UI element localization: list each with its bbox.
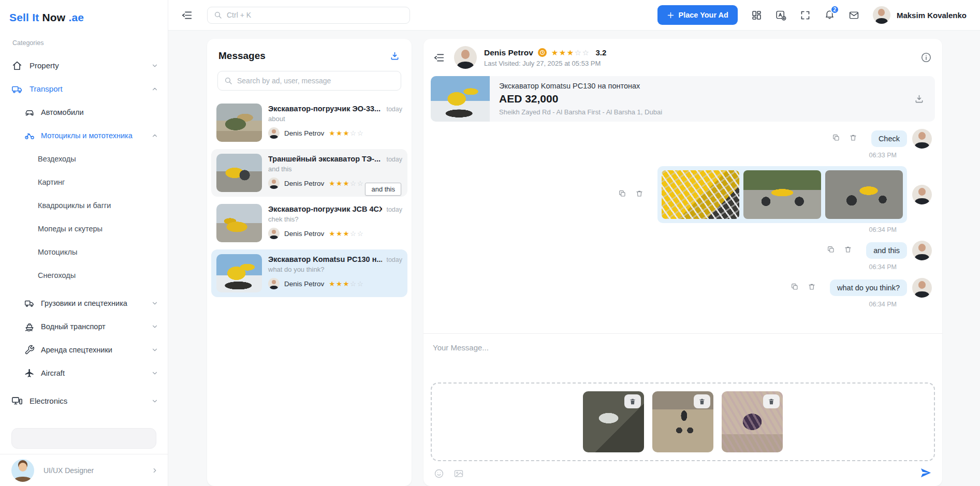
- place-your-ad-button[interactable]: Place Your Ad: [657, 5, 738, 25]
- messages-panel: Messages Экскаватор-погрузчик ЭО-33...to…: [207, 39, 412, 486]
- attachment-image[interactable]: [722, 391, 783, 452]
- chevron-down-icon: [151, 300, 158, 307]
- rating-stars: ★★★☆☆: [329, 179, 364, 187]
- conversation-user-name: Denis Petrov: [284, 129, 324, 137]
- emoji-icon[interactable]: [434, 468, 444, 479]
- download-icon[interactable]: [914, 94, 925, 105]
- attachment-image[interactable]: [583, 391, 644, 452]
- sidebar-item-equipment-rental[interactable]: Аренда спецтехники: [0, 338, 168, 361]
- fullscreen-icon[interactable]: [800, 10, 811, 21]
- conversation-time: today: [386, 256, 402, 263]
- sidebar-item-moto[interactable]: Мотоциклы и мототехника: [0, 124, 168, 147]
- conversation-user-name: Denis Petrov: [284, 230, 324, 238]
- sidebar-item-aircraft[interactable]: Aircraft: [0, 361, 168, 385]
- message-bubble: [657, 166, 907, 223]
- chevron-up-icon: [151, 132, 158, 139]
- brand-part-1: Sell It: [9, 11, 39, 23]
- apps-grid-icon[interactable]: [751, 10, 762, 21]
- messages-search-input[interactable]: [237, 77, 394, 85]
- search-icon: [214, 11, 222, 19]
- sidebar-item-label: Property: [30, 61, 59, 70]
- trash-icon[interactable]: [763, 394, 780, 408]
- message-photo[interactable]: [743, 170, 821, 219]
- compose-area: [423, 333, 942, 486]
- global-search[interactable]: [207, 7, 410, 24]
- sidebar-item-karting[interactable]: Картинг: [0, 170, 168, 194]
- sidebar-item-cars[interactable]: Автомобили: [0, 100, 168, 124]
- last-visited: Last Visited: July 27, 2025 at 05:53 PM: [484, 60, 606, 67]
- message-bubble: what do you think?: [830, 279, 907, 296]
- menu-fold-icon[interactable]: [434, 52, 445, 63]
- sidebar-item-mopeds[interactable]: Мопеды и скутеры: [0, 217, 168, 240]
- global-search-input[interactable]: [227, 11, 403, 19]
- image-attach-icon[interactable]: [454, 468, 464, 479]
- mail-icon[interactable]: [849, 10, 859, 21]
- sidebar-item-snowmobiles[interactable]: Снегоходы: [0, 263, 168, 287]
- rating-stars: ★★★☆☆: [329, 279, 364, 288]
- translate-icon[interactable]: [776, 10, 786, 21]
- truck-icon: [24, 298, 35, 308]
- motorcycle-icon: [24, 130, 35, 141]
- car-icon: [24, 107, 35, 117]
- profile-bar[interactable]: UI/UX Designer: [0, 454, 168, 486]
- conversation-item-selected[interactable]: Экскаватор Komatsu PC130 н...today what …: [211, 249, 407, 297]
- chevron-down-icon: [151, 62, 158, 69]
- trash-icon[interactable]: [844, 245, 852, 256]
- message-photo[interactable]: [662, 170, 739, 219]
- info-icon[interactable]: [920, 52, 932, 63]
- sidebar-item-property[interactable]: Property: [0, 54, 168, 77]
- sidebar-item-quads[interactable]: Квадроциклы и багги: [0, 194, 168, 217]
- messages-search[interactable]: [217, 71, 401, 91]
- attachment-image[interactable]: [652, 391, 713, 452]
- download-icon[interactable]: [389, 51, 400, 62]
- sidebar-item-atv[interactable]: Вездеходы: [0, 147, 168, 170]
- conversation-list: Экскаватор-погрузчик ЭО-33...today about…: [207, 99, 412, 297]
- user-menu[interactable]: Maksim Kovalenko: [873, 6, 967, 24]
- chevron-right-icon: [151, 467, 158, 474]
- rating-stars: ★★★☆☆: [329, 129, 364, 137]
- copy-icon[interactable]: [832, 134, 840, 144]
- conversation-item[interactable]: Экскаватор-погрузчик ЭО-33...today about…: [211, 99, 407, 146]
- attachments-dropzone[interactable]: [431, 382, 935, 461]
- sidebar-item-label: Аренда спецтехники: [41, 346, 112, 354]
- send-icon[interactable]: [920, 467, 932, 480]
- avatar: [912, 129, 932, 149]
- sidebar-item-electronics[interactable]: Electronics: [0, 389, 168, 413]
- message-photo[interactable]: [825, 170, 903, 219]
- sidebar-item-label: Снегоходы: [38, 271, 76, 279]
- sidebar-item-transport[interactable]: Transport: [0, 77, 168, 100]
- user-name: Maksim Kovalenko: [897, 11, 967, 20]
- chat-panel: Denis Petrov ★★★☆☆ 3.2 Last Visited: Jul…: [423, 39, 942, 486]
- ad-card[interactable]: Экскаватор Komatsu PC130 на понтонах AED…: [431, 76, 935, 122]
- chat-message: and this: [827, 241, 932, 260]
- sidebar-banner: [11, 428, 156, 449]
- sidebar-item-water-transport[interactable]: Водный транспорт: [0, 315, 168, 338]
- trash-icon[interactable]: [849, 134, 857, 144]
- message-input[interactable]: [423, 334, 942, 380]
- sidebar-item-motorcycles[interactable]: Мотоциклы: [0, 240, 168, 263]
- wrench-icon: [24, 345, 35, 355]
- trash-icon[interactable]: [624, 394, 641, 408]
- conversation-title: Экскаватор-погрузчик JCB 4CX: [268, 205, 382, 213]
- copy-icon[interactable]: [618, 189, 626, 200]
- conversation-ad-thumbnail: [216, 254, 262, 292]
- conversation-ad-thumbnail: [216, 204, 262, 242]
- conversation-item[interactable]: Траншейный экскаватор ТЭ-...today and th…: [211, 149, 407, 197]
- trash-icon[interactable]: [694, 394, 710, 408]
- trash-icon[interactable]: [635, 189, 643, 200]
- conversation-item[interactable]: Экскаватор-погрузчик JCB 4CXtoday chek t…: [211, 199, 407, 247]
- chat-message: what do you think?: [791, 278, 932, 298]
- sidebar-item-label: Мотоциклы и мототехника: [41, 131, 133, 140]
- brand-logo[interactable]: Sell It Now .ae: [0, 0, 168, 24]
- trash-icon[interactable]: [808, 283, 816, 293]
- sidebar: Sell It Now .ae Categories Property Tran…: [0, 0, 168, 486]
- chevron-down-icon: [151, 346, 158, 354]
- sidebar-item-trucks[interactable]: Грузовики и спецтехника: [0, 291, 168, 315]
- copy-icon[interactable]: [827, 245, 835, 256]
- message-time: 06:34 PM: [869, 301, 897, 308]
- ad-image: [431, 76, 490, 122]
- copy-icon[interactable]: [791, 283, 799, 293]
- menu-fold-icon[interactable]: [182, 10, 193, 21]
- hover-tooltip: and this: [365, 183, 401, 196]
- conversation-title: Экскаватор-погрузчик ЭО-33...: [268, 105, 382, 113]
